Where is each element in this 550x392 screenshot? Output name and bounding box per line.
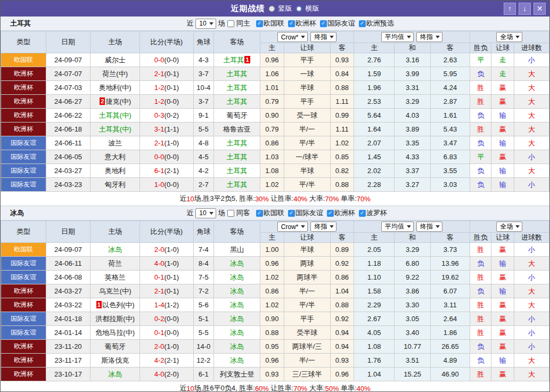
cell-avg-draw: 3.35 [395,136,431,150]
fulltime-score: 0-1 [154,329,165,337]
summary-segment: 单率: [339,383,356,392]
summary-segment: 40% [357,385,371,392]
competition-checkbox[interactable]: ✓ [288,210,295,217]
close-button[interactable]: ✕ [533,3,546,15]
cell-result-handicap: 赢 [491,312,514,326]
chevron-down-icon [330,36,334,38]
cell-avg-draw: 3.51 [395,354,431,368]
vertical-layout-radio[interactable] [269,6,275,12]
average-time-select[interactable]: 终指 [416,222,442,232]
recent-count-select[interactable]: 10 [195,208,216,218]
col-header-odds-home: 主 [260,233,284,243]
cell-odds-away: 1.11 [330,123,354,136]
bookmaker-select[interactable]: Crow* [277,222,308,232]
team-name-text: 冰岛 [108,246,122,254]
table-row: 欧洲杯24-06-272捷克(中)1-2(0-0)3-7土耳其0.79平手1.1… [1,95,549,109]
cell-result-outcome: 胜 [470,81,491,95]
bookmaker-group-header: Crow* 终指 [260,31,354,43]
cell-result-handicap: 赢 [491,271,514,284]
horizontal-layout-radio[interactable] [296,6,302,12]
summary-segment: 60% [255,385,269,392]
cell-away: 冰岛 [214,326,260,340]
cell-result-handicap: 输 [491,178,514,192]
table-row: 欧洲杯23-10-17冰岛4-0(2-0)6-1列支敦士登0.93三/三球半0.… [1,368,549,381]
move-down-button[interactable]: ↓ [519,3,531,15]
cell-result-goals: 大 [514,67,549,81]
near-label: 近 [186,19,193,28]
cell-type: 欧洲杯 [1,298,46,312]
cell-avg-home: 1.58 [354,284,395,298]
cell-result-handicap: 输 [491,354,514,368]
cell-odds-handicap: 半球 [284,243,330,257]
cell-type: 欧国联 [1,243,46,257]
filter-row: 冰岛 近 10 场 同客 ✓欧国联✓国际友谊✓欧洲杯✓波罗杯 [1,206,549,220]
average-time-select[interactable]: 终指 [416,32,442,42]
cell-corner: 3-7 [193,95,214,109]
odds-time-select[interactable]: 终指 [310,222,336,232]
competition-checkbox[interactable]: ✓ [256,20,263,27]
team-section-iceland: 冰岛 近 10 场 同客 ✓欧国联✓国际友谊✓欧洲杯✓波罗杯 类型 日期 [1,206,549,392]
summary-segment: 让胜率: [269,383,293,392]
cell-avg-draw: 4.03 [395,109,431,123]
cell-result-handicap: 赢 [491,298,514,312]
cell-corner: 4-3 [193,53,214,67]
cell-odds-handicap: 平/半 [284,178,330,192]
cell-odds-handicap: 平手 [284,312,330,326]
competition-checkbox[interactable]: ✓ [320,20,327,27]
bookmaker-select[interactable]: Crow* [277,32,308,42]
cell-avg-away: 19.62 [431,271,470,284]
team-name-text: 土耳其 [227,97,248,105]
team-name-text: 土耳其 [227,70,248,78]
recent-count-select[interactable]: 10 [195,19,216,29]
cell-date: 24-06-22 [46,109,91,123]
cell-result-handicap: 赢 [491,81,514,95]
fulltime-score: 1-0 [154,181,165,189]
cell-home: 土耳其(中) [91,123,140,136]
cell-away: 土耳其 [214,150,260,164]
average-group-header: 平均值 终指 [354,221,470,233]
col-header-result-handicap: 让球 [491,233,514,243]
cell-result-outcome: 负 [470,109,491,123]
average-select-value: 平均值 [385,222,404,231]
competition-checkbox[interactable]: ✓ [327,210,334,217]
average-select[interactable]: 平均值 [381,222,414,232]
cell-date: 24-06-11 [46,136,91,150]
odds-time-select[interactable]: 终指 [310,32,336,42]
cell-odds-away: 0.88 [330,81,354,95]
average-select[interactable]: 平均值 [381,32,414,42]
competition-checkbox[interactable]: ✓ [256,210,263,217]
cell-avg-home: 5.64 [354,109,395,123]
cell-date: 24-03-27 [46,284,91,298]
period-select[interactable]: 全场 [496,32,522,42]
cell-date: 24-07-07 [46,67,91,81]
cell-avg-home: 2.05 [354,243,395,257]
filter-controls: 近 10 场 同客 ✓欧国联✓国际友谊✓欧洲杯✓波罗杯 [24,208,549,218]
period-select[interactable]: 全场 [496,222,522,232]
cell-avg-away: 3.47 [431,136,470,150]
table-row: 国际友谊24-01-18洪都拉斯(中)0-2(0-0)5-1冰岛0.90平手0.… [1,312,549,326]
cell-odds-away: 1.02 [330,136,354,150]
cell-corner: 5-5 [193,326,214,340]
summary-segment: 70% [293,385,307,392]
fulltime-score: 4-0 [154,370,165,378]
cell-score: 1-4(1-2) [140,298,193,312]
cell-home: 荷兰 [91,257,140,271]
table-row: 欧洲杯24-07-03奥地利(中)1-2(0-1)10-4土耳其1.01半球0.… [1,81,549,95]
cell-result-handicap: 赢 [491,123,514,136]
competition-checkbox[interactable]: ✓ [359,210,366,217]
move-up-button[interactable]: ↑ [504,3,516,15]
same-venue-checkbox[interactable] [227,20,234,27]
col-header-score: 比分(半场) [140,221,193,243]
cell-avg-draw: 3.29 [395,243,431,257]
results-table: 类型 日期 主场 比分(半场) 角球 客场 Crow* 终指 平均值 [1,31,549,192]
competition-checkbox[interactable]: ✓ [288,20,295,27]
cell-result-goals: 小 [514,150,549,164]
team-name-text: 土耳其 [227,139,248,147]
cell-result-handicap: 输 [491,257,514,271]
competition-checkbox[interactable]: ✓ [359,20,366,27]
cell-result-goals: 大 [514,368,549,381]
col-header-result-goals: 进球数 [514,43,549,53]
cell-type: 欧洲杯 [1,123,46,136]
cell-odds-away: 0.86 [330,271,354,284]
same-venue-checkbox[interactable] [227,210,234,217]
